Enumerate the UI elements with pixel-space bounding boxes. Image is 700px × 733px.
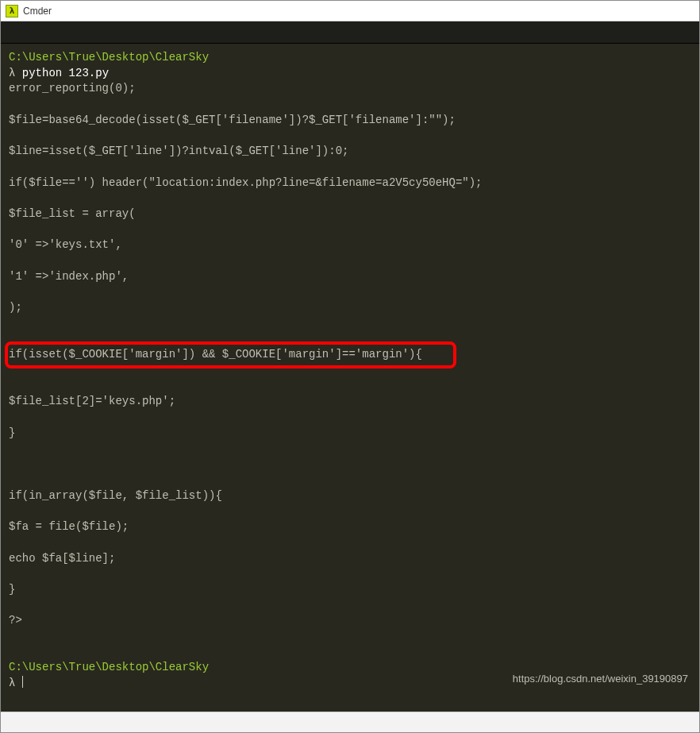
terminal-area[interactable]: C:\Users\True\Desktop\ClearSky λ python … <box>1 44 699 712</box>
prompt-path: C:\Users\True\Desktop\ClearSky <box>9 51 209 64</box>
watermark: https://blog.csdn.net/weixin_39190897 <box>513 671 688 687</box>
highlighted-line: if(isset($_COOKIE['margin']) && $_COOKIE… <box>9 348 422 361</box>
output-block-1: error_reporting(0); $file=base64_decode(… <box>9 82 483 314</box>
app-icon: λ <box>6 5 18 17</box>
prompt-path-2: C:\Users\True\Desktop\ClearSky <box>9 661 209 673</box>
prompt-symbol-2: λ <box>9 677 15 689</box>
cursor <box>22 676 23 688</box>
prompt-symbol: λ <box>9 67 15 79</box>
command-text: python 123.py <box>22 67 109 79</box>
titlebar[interactable]: λ Cmder <box>1 1 699 21</box>
highlighted-line-wrap: if(isset($_COOKIE['margin']) && $_COOKIE… <box>9 347 691 363</box>
app-window: λ Cmder C:\Users\True\Desktop\ClearSky λ… <box>0 0 700 733</box>
window-title: Cmder <box>23 6 52 17</box>
output-block-2: $file_list[2]='keys.php'; } if(in_array(… <box>9 395 222 627</box>
toolbar <box>1 21 699 44</box>
statusbar <box>1 712 699 732</box>
